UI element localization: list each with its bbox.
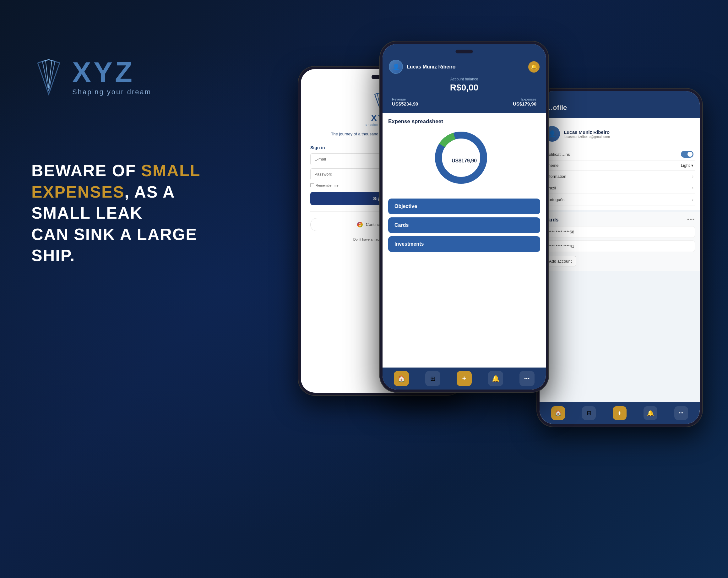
- headline-line2: EXPENSES, AS A SMALL LEAK: [31, 181, 213, 224]
- action-buttons: Objective Cards Investments: [388, 199, 540, 252]
- language-chevron-icon: ›: [692, 197, 694, 202]
- expenses-stat: Expenses US$179,90: [513, 97, 537, 106]
- add-account-button[interactable]: Add account: [544, 256, 576, 267]
- profile-email: lucasmunizribeiro@gmail.com: [564, 135, 610, 139]
- logo-area: XYZ Shaping your dream: [31, 56, 213, 97]
- phone-profile-screen: …ofile 👤 Lucas Muniz Ribeiro lucasmunizr…: [540, 91, 700, 424]
- profile-title: …ofile: [546, 104, 567, 111]
- phone-dashboard: 👤 Lucas Muniz Ribeiro 🔔 Account balance …: [380, 41, 549, 393]
- profile-bottom-nav: 🏠 ⊞ + 🔔 •••: [540, 402, 700, 424]
- nav-more[interactable]: •••: [519, 371, 535, 386]
- nav-home[interactable]: 🏠: [394, 371, 409, 386]
- investments-button[interactable]: Investments: [388, 236, 540, 252]
- donut-chart: US$179,90: [433, 129, 496, 192]
- phones-container: XYZ Shaping your dream The journey of a …: [248, 41, 703, 537]
- cards-button[interactable]: Cards: [388, 217, 540, 233]
- brand-name: XYZ: [72, 58, 151, 86]
- user-row: 👤 Lucas Muniz Ribeiro 🔔: [389, 60, 540, 74]
- revenue-label: Revenue: [392, 97, 418, 101]
- card-number-2: **** **** ****41: [548, 244, 574, 249]
- revenue-stat: Revenue US$5234,90: [392, 97, 418, 106]
- svg-point-2: [443, 140, 479, 176]
- donut-svg: [433, 129, 489, 186]
- spreadsheet-title: Expense spreadsheet: [388, 119, 540, 125]
- cards-section: Cards ••• **** **** ****68 **** **** ***…: [540, 212, 700, 271]
- headline-line3: CAN SINK A LARGE SHIP.: [31, 224, 213, 267]
- dashboard-layout: 👤 Lucas Muniz Ribeiro 🔔 Account balance …: [383, 44, 546, 389]
- notifications-label: Notificati…ns: [546, 152, 570, 157]
- profile-content: 👤 Lucas Muniz Ribeiro lucasmunizribeiro@…: [540, 118, 700, 210]
- profile-nav-add[interactable]: +: [613, 406, 627, 420]
- logo-diamond-icon: [31, 56, 66, 97]
- profile-header: …ofile: [540, 91, 700, 118]
- headline: BEWARE OF SMALL EXPENSES, AS A SMALL LEA…: [31, 160, 213, 267]
- nav-bell[interactable]: 🔔: [488, 371, 503, 386]
- revenue-value: US$5234,90: [392, 101, 418, 106]
- username: Lucas Muniz Ribeiro: [407, 64, 528, 70]
- chart-center-value: US$179,90: [452, 158, 477, 164]
- remember-checkbox[interactable]: [310, 183, 314, 187]
- phone-profile: …ofile 👤 Lucas Muniz Ribeiro lucasmunizr…: [537, 88, 703, 427]
- profile-user-info: Lucas Muniz Ribeiro lucasmunizribeiro@gm…: [564, 129, 610, 139]
- remember-label: Remember me: [316, 183, 339, 187]
- profile-nav-grid[interactable]: ⊞: [582, 406, 596, 420]
- theme-dropdown[interactable]: Light ▾: [681, 163, 694, 168]
- profile-nav-bell[interactable]: 🔔: [644, 406, 657, 420]
- country-row[interactable]: Brazil ›: [544, 182, 695, 194]
- nav-grid[interactable]: ⊞: [425, 371, 440, 386]
- brand-section: XYZ Shaping your dream BEWARE OF SMALL E…: [31, 56, 213, 267]
- stats-row: Revenue US$5234,90 Expenses US$179,90: [389, 97, 540, 106]
- card-number-1: **** **** ****68: [548, 230, 574, 234]
- profile-nav-more[interactable]: •••: [674, 406, 688, 420]
- balance-label: Account balance: [450, 77, 478, 81]
- card-row-1: **** **** ****68: [544, 226, 695, 238]
- card-row-2: **** **** ****41: [544, 240, 695, 252]
- signin-label: Sign in: [310, 145, 325, 150]
- country-chevron-icon: ›: [692, 185, 694, 191]
- balance-value: R$0,00: [450, 83, 478, 93]
- dashboard-header: 👤 Lucas Muniz Ribeiro 🔔 Account balance …: [383, 44, 546, 113]
- brand-tagline: Shaping your dream: [72, 88, 151, 96]
- dashboard-content: Expense spreadsheet: [383, 113, 546, 258]
- expenses-label: Expenses: [521, 97, 537, 101]
- cards-header: Cards •••: [544, 217, 695, 223]
- profile-user-row: 👤 Lucas Muniz Ribeiro lucasmunizribeiro@…: [544, 123, 695, 145]
- user-avatar: 👤: [389, 60, 403, 74]
- notifications-toggle[interactable]: [681, 151, 694, 158]
- language-row[interactable]: Português ›: [544, 194, 695, 205]
- notification-bell[interactable]: 🔔: [528, 61, 540, 73]
- objective-button[interactable]: Objective: [388, 199, 540, 214]
- nav-add[interactable]: +: [457, 371, 472, 386]
- chevron-right-icon: ›: [692, 174, 694, 179]
- cards-menu-icon[interactable]: •••: [687, 217, 695, 223]
- profile-nav-home[interactable]: 🏠: [551, 406, 565, 420]
- bottom-nav: 🏠 ⊞ + 🔔 •••: [383, 368, 546, 389]
- notch-main: [456, 50, 473, 53]
- notifications-row: Notificati…ns: [544, 148, 695, 160]
- google-icon: G: [357, 222, 363, 227]
- logo-text-block: XYZ Shaping your dream: [72, 58, 151, 96]
- information-row[interactable]: Information ›: [544, 171, 695, 182]
- remember-me-row: Remember me: [310, 183, 339, 187]
- theme-value: Light: [681, 163, 690, 168]
- profile-name: Lucas Muniz Ribeiro: [564, 129, 610, 135]
- chevron-down-icon: ▾: [691, 163, 694, 168]
- spacer: [383, 258, 546, 368]
- headline-line1: BEWARE OF SMALL: [31, 160, 213, 181]
- phone-dashboard-screen: 👤 Lucas Muniz Ribeiro 🔔 Account balance …: [383, 44, 546, 389]
- chart-area: US$179,90: [388, 129, 540, 192]
- theme-row: Theme Light ▾: [544, 160, 695, 171]
- expenses-value: US$179,90: [513, 101, 537, 106]
- headline-highlight: SMALL: [141, 161, 200, 180]
